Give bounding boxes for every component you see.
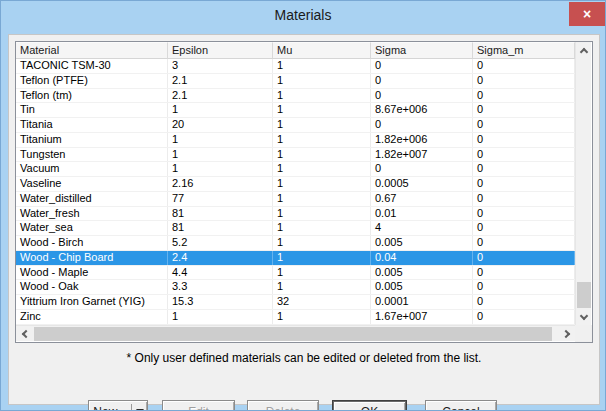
- table-cell: 1: [273, 251, 371, 265]
- table-row[interactable]: Water_fresh8110.010: [16, 207, 575, 222]
- scroll-up-button[interactable]: [576, 42, 592, 58]
- table-row[interactable]: Water_sea81140: [16, 221, 575, 236]
- table-cell: 1: [273, 192, 371, 206]
- chevron-left-icon: [21, 330, 29, 338]
- table-cell: 2.4: [168, 251, 273, 265]
- table-cell: 1: [273, 59, 371, 73]
- table-row[interactable]: Tungsten111.82e+0070: [16, 148, 575, 163]
- table-cell: 0: [473, 177, 575, 191]
- table-cell: 1: [273, 74, 371, 88]
- scrollbar-corner: [575, 325, 592, 342]
- vertical-scrollbar[interactable]: [575, 42, 591, 325]
- materials-table: Material Epsilon Mu Sigma Sigma_m TACONI…: [15, 41, 593, 343]
- scroll-left-button[interactable]: [16, 326, 32, 342]
- table-cell: 81: [168, 221, 273, 235]
- table-cell: 1: [273, 310, 371, 324]
- table-cell: 0: [473, 266, 575, 280]
- table-cell: Titania: [16, 118, 168, 132]
- new-button-label: New...: [89, 405, 131, 411]
- column-header-epsilon[interactable]: Epsilon: [168, 42, 273, 59]
- cancel-button[interactable]: Cancel: [425, 400, 497, 411]
- vertical-scrollbar-thumb[interactable]: [577, 282, 591, 308]
- table-cell: 4: [371, 221, 473, 235]
- table-cell: 1: [168, 103, 273, 117]
- table-cell: 3: [168, 59, 273, 73]
- table-header: Material Epsilon Mu Sigma Sigma_m: [16, 42, 575, 59]
- scroll-right-button[interactable]: [559, 326, 575, 342]
- table-cell: 0: [473, 118, 575, 132]
- table-cell: 0: [371, 118, 473, 132]
- table-cell: 2.16: [168, 177, 273, 191]
- table-cell: 0: [473, 295, 575, 309]
- table-cell: Teflon (PTFE): [16, 74, 168, 88]
- table-cell: Zinc: [16, 310, 168, 324]
- table-cell: 1: [273, 236, 371, 250]
- table-cell: 1: [273, 162, 371, 176]
- table-cell: 0.04: [371, 251, 473, 265]
- table-cell: 1: [168, 133, 273, 147]
- table-row[interactable]: Teflon (PTFE)2.1100: [16, 74, 575, 89]
- table-cell: 0: [371, 162, 473, 176]
- table-cell: Titanium: [16, 133, 168, 147]
- table-cell: 1: [273, 148, 371, 162]
- table-row[interactable]: Water_distilled7710.670: [16, 192, 575, 207]
- close-button[interactable]: ×: [569, 2, 605, 26]
- delete-button[interactable]: Delete: [247, 400, 319, 411]
- table-cell: 1: [168, 148, 273, 162]
- table-cell: 1.67e+007: [371, 310, 473, 324]
- table-cell: 0: [371, 89, 473, 103]
- table-cell: 0: [473, 251, 575, 265]
- table-row[interactable]: Titania20100: [16, 118, 575, 133]
- table-cell: 0.005: [371, 236, 473, 250]
- table-row[interactable]: Vaseline2.1610.00050: [16, 177, 575, 192]
- table-row[interactable]: Teflon (tm)2.1100: [16, 89, 575, 104]
- table-cell: 20: [168, 118, 273, 132]
- table-cell: 0.005: [371, 266, 473, 280]
- scroll-down-button[interactable]: [576, 309, 592, 325]
- table-cell: 4.4: [168, 266, 273, 280]
- edit-button[interactable]: Edit: [162, 400, 235, 411]
- table-cell: 1: [273, 207, 371, 221]
- table-row[interactable]: Zinc111.67e+0070: [16, 310, 575, 325]
- table-cell: 15.3: [168, 295, 273, 309]
- table-cell: 1: [168, 162, 273, 176]
- table-cell: 0: [473, 74, 575, 88]
- table-cell: 0: [473, 280, 575, 294]
- table-cell: 81: [168, 207, 273, 221]
- table-row[interactable]: Titanium111.82e+0060: [16, 133, 575, 148]
- table-cell: 0: [371, 74, 473, 88]
- horizontal-scrollbar[interactable]: [16, 325, 575, 341]
- table-row[interactable]: Vacuum1100: [16, 162, 575, 177]
- column-header-sigma-m[interactable]: Sigma_m: [473, 42, 575, 59]
- table-cell: TACONIC TSM-30: [16, 59, 168, 73]
- table-cell: 1: [168, 310, 273, 324]
- table-row[interactable]: Tin118.67e+0060: [16, 103, 575, 118]
- column-header-material[interactable]: Material: [16, 42, 168, 59]
- table-cell: Water_distilled: [16, 192, 168, 206]
- table-cell: Yittrium Iron Garnet (YIG): [16, 295, 168, 309]
- table-cell: 0: [473, 310, 575, 324]
- table-cell: 3.3: [168, 280, 273, 294]
- table-cell: 0: [473, 192, 575, 206]
- table-row[interactable]: Yittrium Iron Garnet (YIG)15.3320.00010: [16, 295, 575, 310]
- table-row[interactable]: Wood - Chip Board2.410.040: [16, 251, 575, 266]
- titlebar[interactable]: Materials ×: [1, 1, 605, 33]
- table-cell: 0: [473, 221, 575, 235]
- table-row[interactable]: Wood - Oak3.310.0050: [16, 280, 575, 295]
- table-cell: 2.1: [168, 74, 273, 88]
- table-cell: 2.1: [168, 89, 273, 103]
- column-header-mu[interactable]: Mu: [273, 42, 371, 59]
- horizontal-scrollbar-thumb[interactable]: [34, 327, 552, 341]
- table-cell: 0.005: [371, 280, 473, 294]
- column-header-sigma[interactable]: Sigma: [371, 42, 473, 59]
- table-row[interactable]: TACONIC TSM-303100: [16, 59, 575, 74]
- new-button[interactable]: New...: [88, 400, 148, 411]
- table-cell: Teflon (tm): [16, 89, 168, 103]
- table-row[interactable]: Wood - Maple4.410.0050: [16, 266, 575, 281]
- window-title: Materials: [1, 7, 605, 23]
- table-row[interactable]: Wood - Birch5.210.0050: [16, 236, 575, 251]
- ok-button[interactable]: OK: [332, 400, 407, 411]
- table-cell: Tungsten: [16, 148, 168, 162]
- table-cell: Wood - Oak: [16, 280, 168, 294]
- table-cell: 0: [473, 103, 575, 117]
